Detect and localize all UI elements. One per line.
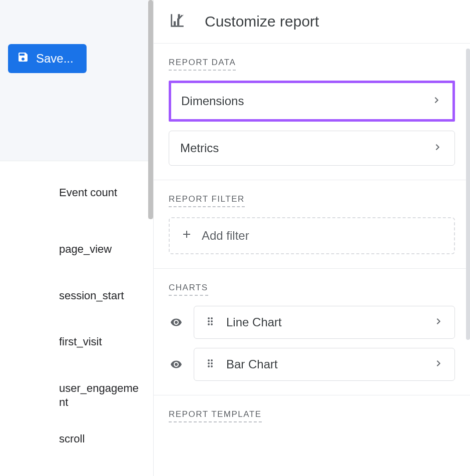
svg-point-2 (208, 317, 210, 319)
svg-point-5 (211, 320, 213, 322)
chevron-right-icon (431, 141, 443, 155)
left-panel: Save... Event count page_view session_st… (0, 0, 148, 476)
event-list-item[interactable]: session_start (59, 289, 144, 303)
section-header-report-data: REPORT DATA (169, 58, 236, 71)
metrics-label: Metrics (180, 141, 219, 155)
svg-point-8 (208, 359, 210, 361)
svg-point-4 (208, 320, 210, 322)
bar-chart-button[interactable]: Bar Chart (194, 348, 455, 381)
chart-label: Line Chart (226, 315, 282, 329)
section-header-report-template: REPORT TEMPLATE (169, 409, 262, 422)
panel-body: REPORT DATA Dimensions Metrics REPORT FI… (154, 44, 470, 437)
section-header-charts: CHARTS (169, 283, 208, 296)
save-icon (17, 51, 29, 66)
visibility-toggle[interactable] (169, 316, 184, 328)
chevron-right-icon (432, 357, 444, 371)
event-list-item[interactable]: page_view (59, 242, 144, 257)
line-chart-button[interactable]: Line Chart (194, 306, 455, 339)
drag-handle-icon[interactable] (204, 357, 216, 371)
metrics-button[interactable]: Metrics (169, 131, 455, 166)
chart-row: Bar Chart (169, 348, 455, 381)
left-top-area: Save... (0, 0, 148, 161)
chevron-right-icon (432, 315, 444, 329)
customize-report-panel: Customize report REPORT DATA Dimensions … (154, 0, 470, 476)
dimensions-button[interactable]: Dimensions (169, 81, 455, 122)
visibility-toggle[interactable] (169, 358, 184, 370)
chart-label: Bar Chart (226, 357, 278, 371)
section-report-template: REPORT TEMPLATE (154, 395, 470, 437)
scrollbar-track[interactable] (148, 0, 153, 219)
svg-point-10 (208, 362, 210, 364)
save-button-label: Save... (36, 52, 74, 66)
svg-point-11 (211, 362, 213, 364)
svg-rect-0 (174, 21, 176, 26)
add-filter-button[interactable]: Add filter (169, 217, 455, 254)
plus-icon (181, 228, 193, 243)
svg-point-9 (211, 359, 213, 361)
scrollbar-thumb[interactable] (148, 0, 153, 219)
save-button[interactable]: Save... (8, 44, 87, 73)
event-list-item[interactable]: scroll (59, 432, 144, 446)
section-header-report-filter: REPORT FILTER (169, 194, 245, 207)
column-header-event-count: Event count (59, 186, 148, 199)
section-report-filter: REPORT FILTER Add filter (154, 180, 470, 269)
event-list-item[interactable]: user_engagement (59, 381, 144, 410)
svg-point-7 (211, 323, 213, 325)
panel-header: Customize report (154, 0, 470, 44)
svg-point-13 (211, 365, 213, 367)
left-bottom-area: Event count page_view session_start firs… (0, 161, 148, 476)
chevron-right-icon (430, 94, 442, 108)
add-filter-label: Add filter (202, 229, 249, 243)
section-report-data: REPORT DATA Dimensions Metrics (154, 44, 470, 180)
svg-rect-1 (177, 19, 179, 26)
svg-point-3 (211, 317, 213, 319)
section-charts: CHARTS Line Chart (154, 269, 470, 395)
chart-row: Line Chart (169, 306, 455, 339)
event-list-item[interactable]: first_visit (59, 335, 144, 349)
svg-point-6 (208, 323, 210, 325)
panel-title: Customize report (205, 13, 319, 30)
drag-handle-icon[interactable] (204, 315, 216, 329)
dimensions-label: Dimensions (181, 94, 244, 108)
customize-report-icon (169, 12, 186, 31)
svg-point-12 (208, 365, 210, 367)
scrollbar-thumb[interactable] (466, 49, 470, 340)
